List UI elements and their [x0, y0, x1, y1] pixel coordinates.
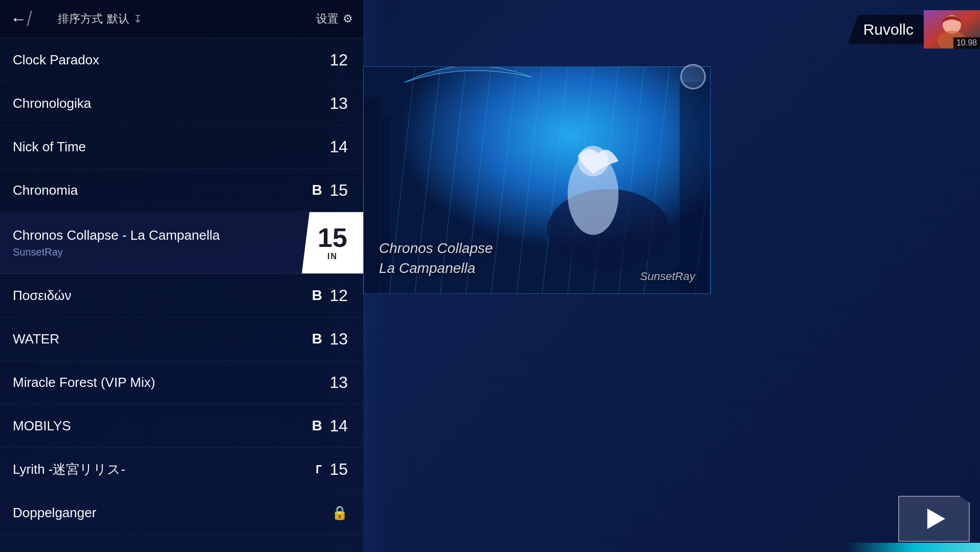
cover-art-content: Chronos Collapse La Campanella SunsetRay	[364, 67, 710, 293]
song-title: MOBILYS	[13, 418, 71, 434]
back-icon: ←	[10, 10, 27, 29]
level-wrapper: 14	[327, 137, 348, 156]
user-name: Ruvollc	[863, 21, 914, 38]
list-item[interactable]: Doppelganger 🔒	[0, 491, 363, 535]
level-wrapper: Β 15	[312, 181, 348, 200]
cover-author: SunsetRay	[640, 270, 695, 283]
list-item[interactable]: WATER Β 13	[0, 317, 363, 361]
lock-icon: 🔒	[331, 505, 348, 521]
selected-text: Chronos Collapse - La Campanella SunsetR…	[0, 212, 302, 273]
user-avatar: 10.98	[924, 10, 980, 49]
diff-icon: Β	[312, 287, 322, 304]
selected-song-subtitle: SunsetRay	[13, 246, 286, 258]
header-bar: ← / 排序方式 默认 ↧ 设置 ⚙	[0, 0, 363, 38]
svg-rect-15	[680, 82, 710, 293]
song-title: Chronomia	[13, 182, 78, 198]
user-rating: 10.98	[953, 37, 980, 49]
sort-section[interactable]: 排序方式 默认 ↧	[48, 11, 152, 27]
level-wrapper: 13	[327, 94, 348, 113]
circle-indicator	[680, 64, 706, 89]
level-wrapper: Β 13	[312, 330, 348, 349]
bottom-accent-bar	[847, 543, 980, 552]
cover-title-line1: Chronos Collapse	[379, 238, 493, 258]
song-title: Doppelganger	[13, 505, 96, 521]
svg-rect-14	[364, 98, 380, 293]
level-wrapper: 12	[327, 51, 348, 70]
list-item[interactable]: Chronomia Β 15	[0, 169, 363, 212]
list-item[interactable]: Chronologika 13	[0, 82, 363, 125]
user-name-bg: Ruvollc	[848, 15, 924, 44]
song-title: Lyrith -迷宮リリス-	[13, 461, 125, 478]
song-list: Clock Paradox 12 Chronologika 13 Nick of…	[0, 38, 363, 552]
level-wrapper: Γ 15	[316, 460, 348, 479]
list-item[interactable]: MOBILYS Β 14	[0, 404, 363, 448]
selected-song-title: Chronos Collapse - La Campanella	[13, 227, 286, 243]
play-button[interactable]	[898, 496, 970, 542]
song-title: Clock Paradox	[13, 52, 99, 68]
level-wrapper: Β 14	[312, 417, 348, 435]
cover-text: Chronos Collapse La Campanella	[379, 238, 493, 278]
selected-level-box: 15 IN	[302, 212, 363, 273]
song-title: Nick of Time	[13, 139, 86, 155]
song-title: Ποσειδών	[13, 288, 71, 304]
level-wrapper: 13	[327, 373, 348, 392]
level-number: 14	[327, 417, 348, 435]
song-title: Miracle Forest (VIP Mix)	[13, 375, 155, 390]
settings-button[interactable]: 设置 ⚙	[306, 11, 363, 27]
level-number: 13	[327, 94, 348, 113]
settings-label: 设置	[316, 11, 339, 27]
detail-panel: Chronos Collapse La Campanella SunsetRay…	[322, 0, 980, 552]
settings-icon: ⚙	[343, 12, 353, 26]
level-wrapper: Β 12	[312, 286, 348, 305]
diff-icon: Β	[312, 182, 322, 198]
list-item[interactable]: Clock Paradox 12	[0, 38, 363, 82]
list-item[interactable]: Miracle Forest (VIP Mix) 13	[0, 361, 363, 404]
level-number: 15	[327, 181, 348, 200]
song-title: Chronologika	[13, 96, 91, 111]
level-number: 15	[327, 460, 348, 479]
level-number: 12	[327, 286, 348, 305]
cover-art: Chronos Collapse La Campanella SunsetRay	[363, 66, 711, 294]
slash-divider: /	[27, 8, 32, 31]
diff-icon: Γ	[316, 463, 322, 476]
sort-label: 排序方式	[58, 11, 103, 27]
diff-icon: Β	[312, 418, 322, 434]
play-icon	[927, 509, 945, 529]
selected-level-label: IN	[327, 252, 338, 261]
diff-icon: Β	[312, 331, 322, 347]
level-number: 13	[327, 330, 348, 349]
cover-title-line2: La Campanella	[379, 258, 493, 278]
list-item[interactable]: Nick of Time 14	[0, 125, 363, 169]
song-list-panel: ← / 排序方式 默认 ↧ 设置 ⚙ Clock Paradox 12 Chro…	[0, 0, 363, 552]
level-number: 12	[327, 51, 348, 70]
list-item-selected[interactable]: Chronos Collapse - La Campanella SunsetR…	[0, 212, 363, 274]
back-button[interactable]: ← /	[0, 8, 48, 31]
selected-level-number: 15	[318, 224, 347, 251]
sort-icon: ↧	[133, 13, 142, 25]
selected-item-inner: Chronos Collapse - La Campanella SunsetR…	[0, 212, 363, 273]
default-sort-label: 默认	[107, 11, 129, 27]
user-panel: Ruvollc 10.98	[848, 10, 980, 49]
level-number: 13	[327, 373, 348, 392]
list-item[interactable]: Ποσειδών Β 12	[0, 274, 363, 317]
level-wrapper: 🔒	[331, 505, 348, 521]
song-title: WATER	[13, 331, 59, 347]
list-item[interactable]: Lyrith -迷宮リリス- Γ 15	[0, 448, 363, 491]
level-number: 14	[327, 137, 348, 156]
